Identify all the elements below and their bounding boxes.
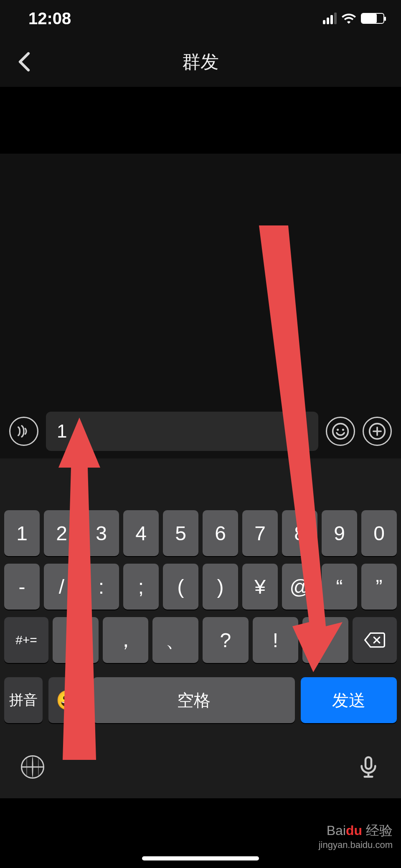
- battery-icon: [361, 13, 384, 24]
- watermark: Baidu 经验 jingyan.baidu.com: [319, 822, 393, 851]
- separator: [0, 87, 401, 95]
- key-5[interactable]: 5: [163, 510, 198, 556]
- recipient-banner: [0, 95, 401, 154]
- status-time: 12:08: [28, 9, 71, 28]
- svg-marker-6: [58, 418, 100, 760]
- watermark-brand-prefix: Bai: [327, 823, 346, 838]
- key-rparen[interactable]: ): [203, 564, 238, 610]
- svg-marker-7: [259, 225, 343, 672]
- backspace-icon: [363, 632, 386, 648]
- annotation-arrow-down: [234, 225, 343, 676]
- key-6[interactable]: 6: [203, 510, 238, 556]
- annotation-arrow-up: [33, 418, 117, 768]
- watermark-brand-suffix: du: [346, 823, 362, 838]
- watermark-brand-text: 经验: [366, 823, 393, 838]
- key-enum-comma[interactable]: 、: [152, 617, 198, 663]
- space-key[interactable]: 空格: [93, 677, 295, 723]
- cell-signal-icon: [323, 13, 337, 24]
- svg-rect-4: [365, 757, 371, 769]
- back-icon[interactable]: [12, 49, 37, 74]
- plus-icon[interactable]: [363, 417, 392, 446]
- key-0[interactable]: 0: [361, 510, 397, 556]
- nav-bar: 群发: [0, 37, 401, 87]
- key-rquote[interactable]: ”: [361, 564, 397, 610]
- backspace-key[interactable]: [353, 617, 397, 663]
- send-key[interactable]: 发送: [301, 677, 397, 723]
- microphone-icon[interactable]: [357, 755, 380, 779]
- status-indicators: [323, 13, 384, 24]
- page-title: 群发: [182, 50, 219, 74]
- key-4[interactable]: 4: [123, 510, 159, 556]
- home-indicator[interactable]: [142, 856, 259, 860]
- key-lparen[interactable]: (: [163, 564, 198, 610]
- key-semicolon[interactable]: ;: [123, 564, 159, 610]
- wifi-icon: [342, 13, 356, 24]
- status-bar: 12:08: [0, 0, 401, 37]
- watermark-url: jingyan.baidu.com: [319, 839, 393, 851]
